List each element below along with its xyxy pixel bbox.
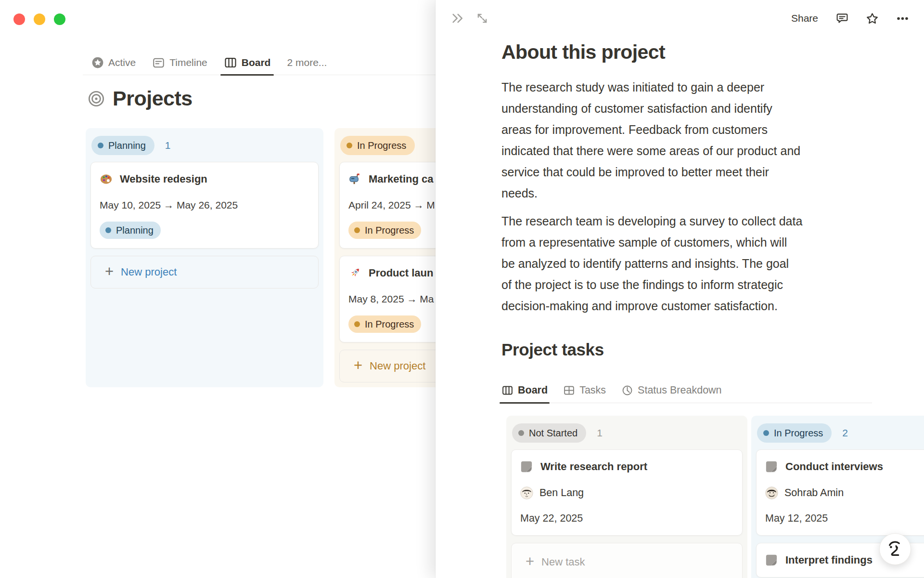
plus-icon: + (526, 554, 534, 569)
assignee-name: Sohrab Amin (784, 487, 844, 499)
status-pill-planning[interactable]: Planning (91, 136, 154, 155)
plus-icon: + (354, 358, 362, 373)
section-heading-tasks: Project tasks (501, 340, 861, 360)
view-tab-label: Board (242, 57, 271, 68)
card-title: Interpret findings (785, 554, 873, 566)
project-card-website-redesign[interactable]: Website redesign May 10, 2025 → May 26, … (90, 162, 319, 249)
tasks-column-not-started: Not Started 1 Write research report (506, 416, 747, 578)
rocket-icon (348, 266, 361, 279)
column-header: In Progress 2 (757, 423, 924, 443)
card-title: Marketing ca (369, 173, 434, 185)
status-pill-in-progress[interactable]: In Progress (340, 136, 415, 155)
status-dot (763, 430, 769, 436)
card-title: Conduct interviews (785, 460, 883, 473)
section-heading-about: About this project (501, 40, 861, 64)
view-tab-timeline[interactable]: Timeline (152, 50, 207, 75)
new-task-button[interactable]: + New task (511, 543, 743, 578)
star-circle-icon (91, 56, 104, 69)
board-view-icon (224, 56, 237, 69)
minimize-window-button[interactable] (34, 13, 45, 25)
side-peek-panel: Share About this project The research st… (436, 0, 924, 578)
expand-diagonal-icon (475, 12, 489, 25)
notion-ai-button[interactable] (879, 533, 911, 565)
column-count: 1 (597, 427, 603, 439)
column-count: 1 (165, 140, 171, 151)
card-title: Product laun (369, 267, 433, 279)
column-header: Planning 1 (91, 136, 319, 155)
task-card-write-research-report[interactable]: Write research report Ben Lang May 22, 2… (511, 449, 743, 536)
status-pill-not-started[interactable]: Not Started (512, 423, 586, 443)
card-status-tag: Planning (100, 222, 161, 239)
notion-window: Active Timeline Board 2 more... Projects (0, 0, 924, 578)
zoom-window-button[interactable] (54, 13, 65, 25)
card-status-tag: In Progress (348, 222, 421, 239)
status-dot (98, 143, 103, 148)
due-date: May 22, 2025 (520, 512, 733, 525)
page-icon (520, 460, 533, 473)
page-title-text[interactable]: Projects (113, 87, 192, 110)
avatar-ben-lang (520, 486, 533, 499)
plus-icon: + (105, 264, 114, 279)
ellipsis-icon (896, 12, 910, 26)
tasks-tab-status-breakdown[interactable]: Status Breakdown (621, 378, 722, 403)
database-view-tabs: Active Timeline Board 2 more... (91, 50, 327, 75)
status-pill-in-progress[interactable]: In Progress (757, 423, 832, 443)
page-body: About this project The research study wa… (501, 0, 861, 403)
status-dot (346, 143, 352, 148)
more-options-button[interactable] (895, 11, 911, 26)
avatar-sohrab-amin (765, 486, 778, 499)
tasks-tab-board[interactable]: Board (501, 378, 548, 403)
view-tab-more[interactable]: 2 more... (287, 50, 327, 75)
tasks-view-tabs: Board Tasks Status Breakdown (501, 378, 872, 403)
about-paragraph-1: The research study was initiated to gain… (501, 77, 861, 204)
ai-face-icon (887, 540, 903, 558)
card-title: Website redesign (120, 173, 207, 185)
view-tab-label: Timeline (169, 57, 207, 68)
board-view-icon (501, 384, 513, 396)
target-icon (88, 90, 105, 107)
timeline-icon (152, 56, 165, 69)
status-dot (105, 227, 111, 233)
board-column-planning: Planning 1 Website redesign May 10, 2025… (86, 128, 323, 387)
card-status-tag: In Progress (348, 315, 421, 333)
task-card-conduct-interviews[interactable]: Conduct interviews Sohrab Amin May 12, 2… (756, 449, 924, 536)
status-dot (354, 321, 360, 327)
collapse-panel-button[interactable] (449, 10, 466, 26)
page-title: Projects (88, 87, 192, 110)
view-tab-board[interactable]: Board (224, 50, 271, 75)
window-controls (13, 13, 65, 25)
tasks-tab-tasks[interactable]: Tasks (563, 378, 606, 403)
due-date: May 12, 2025 (765, 512, 924, 525)
view-tab-label: 2 more... (287, 57, 327, 68)
column-count: 2 (842, 427, 848, 439)
card-title: Write research report (540, 460, 647, 473)
about-paragraph-2: The research team is developing a survey… (501, 210, 861, 316)
status-dot (518, 430, 524, 436)
open-full-page-button[interactable] (475, 11, 490, 26)
table-icon (563, 384, 575, 396)
close-window-button[interactable] (13, 13, 25, 25)
status-clock-icon (621, 384, 633, 396)
new-project-button[interactable]: + New project (90, 256, 319, 289)
tasks-board: Not Started 1 Write research report (506, 416, 924, 578)
column-header: Not Started 1 (512, 423, 743, 443)
assignee-name: Ben Lang (539, 487, 584, 499)
status-dot (354, 227, 360, 233)
open-mailbox-icon (348, 172, 361, 185)
card-date-range: May 10, 2025 → May 26, 2025 (100, 199, 309, 211)
star-icon (865, 12, 879, 26)
view-tab-label: Active (108, 57, 136, 68)
double-chevron-right-icon (450, 11, 465, 26)
favorite-button[interactable] (864, 11, 880, 26)
page-icon (765, 554, 778, 566)
view-tab-active[interactable]: Active (91, 50, 136, 75)
page-icon (765, 460, 778, 473)
palette-icon (100, 172, 113, 185)
